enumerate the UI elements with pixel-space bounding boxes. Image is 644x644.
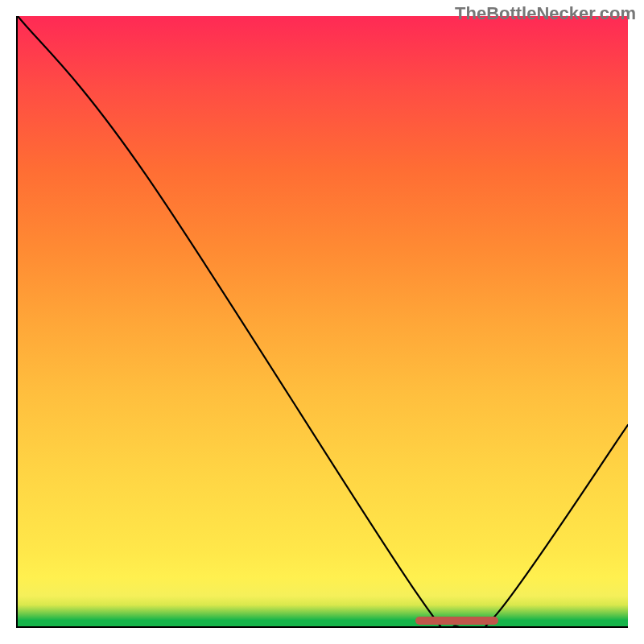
watermark-text: TheBottleNecker.com: [455, 3, 636, 24]
chart-container: TheBottleNecker.com: [0, 0, 644, 644]
curve-path: [18, 16, 628, 626]
optimal-range-marker: [415, 617, 498, 625]
bottleneck-curve: [18, 16, 628, 626]
plot-area: [16, 16, 628, 628]
